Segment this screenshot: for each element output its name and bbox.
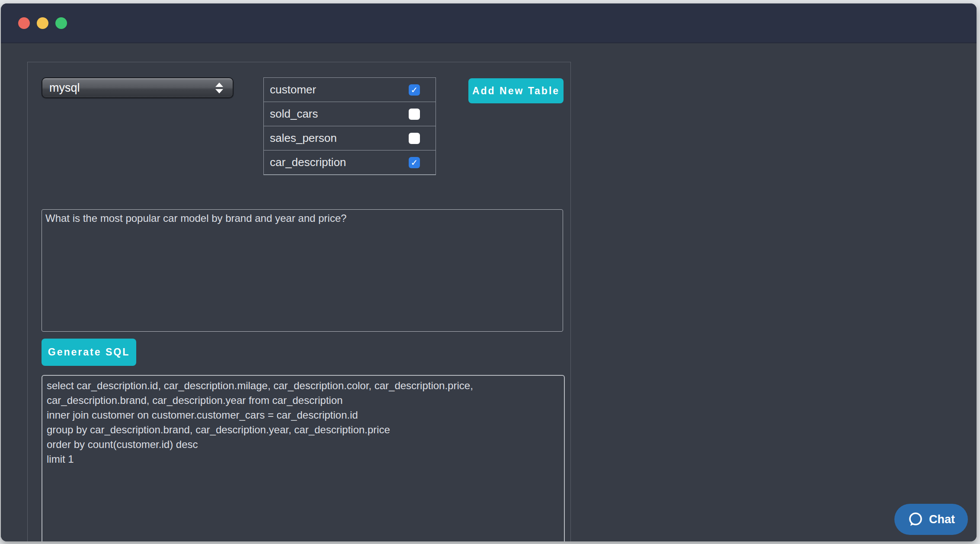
chat-button-label: Chat	[929, 513, 955, 526]
table-checkbox[interactable]: ✓	[409, 84, 420, 96]
close-window-icon[interactable]	[18, 17, 30, 29]
select-arrows-icon	[215, 83, 223, 93]
table-checkbox[interactable]	[409, 133, 420, 144]
table-checkbox[interactable]: ✓	[409, 157, 420, 168]
tables-list: customer✓sold_carssales_personcar_descri…	[263, 77, 436, 175]
app-window: mysql customer✓sold_carssales_personcar_…	[1, 3, 977, 541]
query-builder-panel: mysql customer✓sold_carssales_personcar_…	[27, 62, 571, 541]
database-select-value: mysql	[49, 81, 215, 95]
question-input[interactable]: What is the most popular car model by br…	[42, 209, 563, 332]
table-checkbox[interactable]	[409, 109, 420, 120]
add-new-table-button[interactable]: Add New Table	[468, 78, 564, 103]
sql-output[interactable]: select car_description.id, car_descripti…	[42, 375, 565, 541]
table-name-label: customer	[270, 83, 316, 96]
speech-bubble-icon	[907, 511, 924, 528]
table-name-label: car_description	[270, 156, 346, 169]
table-row: sold_cars	[264, 102, 436, 126]
table-row: sales_person	[264, 126, 436, 150]
chat-button[interactable]: Chat	[894, 504, 968, 535]
desktop-background: mysql customer✓sold_carssales_personcar_…	[0, 0, 980, 544]
traffic-lights	[18, 17, 67, 29]
database-select[interactable]: mysql	[42, 77, 234, 98]
zoom-window-icon[interactable]	[55, 17, 67, 29]
table-name-label: sold_cars	[270, 107, 318, 121]
minimize-window-icon[interactable]	[37, 17, 48, 29]
table-row: car_description✓	[264, 150, 436, 175]
table-row: customer✓	[264, 78, 436, 102]
table-name-label: sales_person	[270, 131, 337, 145]
window-titlebar	[1, 3, 977, 43]
generate-sql-button[interactable]: Generate SQL	[42, 339, 136, 366]
app-content: mysql customer✓sold_carssales_personcar_…	[1, 43, 977, 541]
